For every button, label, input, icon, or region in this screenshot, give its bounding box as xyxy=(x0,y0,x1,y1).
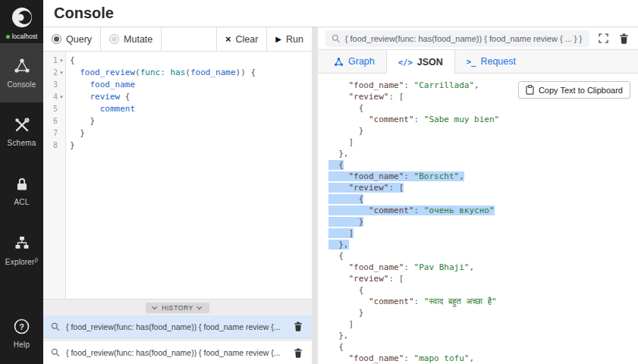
code-line: ] xyxy=(328,318,638,330)
lock-icon xyxy=(14,176,30,193)
logo-block: localhost xyxy=(0,0,43,43)
history-strip: HISTORY xyxy=(43,299,312,315)
sidebar-item-label: Console xyxy=(7,80,36,89)
delete-query-button[interactable] xyxy=(618,32,630,46)
editor-code[interactable]: { food_review(func: has(food_name)) { fo… xyxy=(66,52,312,299)
history-item-text: { food_review(func: has(food_name)) { fo… xyxy=(66,348,286,357)
code-line: "food_name": "Pav Bhaji", xyxy=(328,262,638,273)
gutter-line-number: 6 xyxy=(43,115,65,127)
gutter-line-number: 2▾ xyxy=(43,67,65,79)
history-item[interactable]: { food_review(func: has(food_name)) { fo… xyxy=(43,315,312,338)
trash-icon xyxy=(294,322,303,331)
page-title: Console xyxy=(54,5,114,22)
run-button[interactable]: ▶ Run xyxy=(266,27,312,51)
toolbar-spacer xyxy=(162,27,216,51)
console-graph-icon xyxy=(13,57,31,75)
sidebar-item-label: Schema xyxy=(8,139,36,147)
sidebar-item-acl[interactable]: ACL xyxy=(0,162,43,221)
radio-unselected-icon xyxy=(109,34,119,44)
code-line: "comment": "स्वाद बहुत अच्छा है" xyxy=(328,296,638,307)
code-line: }, xyxy=(328,148,638,159)
code-line: comment xyxy=(70,103,312,115)
sidebar-item-schema[interactable]: Schema xyxy=(0,102,43,162)
history-item[interactable]: { food_review(func: has(food_name)) { fo… xyxy=(43,341,312,364)
explorer-sitemap-icon xyxy=(14,234,30,251)
fullscreen-button[interactable] xyxy=(597,32,610,45)
code-line: } xyxy=(328,216,638,228)
results-panel: { food_review(func: has(food_name)) { fo… xyxy=(318,27,638,364)
tab-request[interactable]: >_ Request xyxy=(455,50,527,73)
sidebar-item-explorer[interactable]: Explorerβ xyxy=(0,221,43,280)
tab-json[interactable]: </> JSON xyxy=(386,50,455,74)
code-line: "review": [ xyxy=(328,182,638,193)
history-toggle-button[interactable]: HISTORY xyxy=(146,303,209,313)
history-delete-button[interactable] xyxy=(292,347,304,359)
fullscreen-icon xyxy=(599,33,608,43)
search-icon xyxy=(51,348,60,357)
history-item-text: { food_review(func: has(food_name)) { fo… xyxy=(66,322,286,331)
code-line: } xyxy=(328,307,638,318)
status-dot-icon xyxy=(6,35,10,39)
code-line: ] xyxy=(328,228,638,239)
copy-to-clipboard-button[interactable]: Copy Text to Clipboard xyxy=(518,81,630,99)
tab-label: Request xyxy=(480,56,516,67)
code-line: { xyxy=(328,250,638,262)
run-button-label: Run xyxy=(286,34,303,45)
query-mode-radio[interactable]: Query xyxy=(43,27,101,51)
gutter-line-number: 8 xyxy=(43,140,65,152)
tab-graph[interactable]: Graph xyxy=(322,50,386,73)
query-panel: Query Mutate × Clear ▶ Run 1▾2▾34▾5678 xyxy=(43,27,312,364)
page-header: Console xyxy=(43,0,638,27)
sidebar: localhost Console Schema ACL xyxy=(0,0,43,364)
main-area: Console Query Mutate × Clear ▶ xyxy=(43,0,638,364)
code-line: "food_name": "Borscht", xyxy=(328,171,638,182)
code-line: { xyxy=(328,102,638,114)
trash-icon xyxy=(294,348,303,358)
gutter-line-number: 7 xyxy=(43,127,65,140)
tab-label: Graph xyxy=(348,56,375,67)
history-label: HISTORY xyxy=(162,304,193,312)
code-line: food_review(func: has(food_name)) { xyxy=(70,67,312,79)
query-editor[interactable]: 1▾2▾34▾5678 { food_review(func: has(food… xyxy=(43,52,312,299)
gutter-line-number: 4▾ xyxy=(43,91,65,103)
help-icon: ? xyxy=(13,318,30,335)
sidebar-item-label: ACL xyxy=(14,198,29,206)
clear-button-label: Clear xyxy=(235,34,258,45)
query-display-field[interactable]: { food_review(func: has(food_name)) { fo… xyxy=(325,30,589,47)
code-line: }, xyxy=(328,330,638,341)
clipboard-icon xyxy=(526,85,534,95)
code-line: } xyxy=(70,115,312,127)
code-line: "food_name": "mapo tofu", xyxy=(328,353,638,364)
terminal-prompt-icon: >_ xyxy=(467,57,476,66)
code-line: review { xyxy=(70,91,312,103)
json-output[interactable]: "food_name": "Carrillada", "review": [ {… xyxy=(318,74,638,364)
clear-button[interactable]: × Clear xyxy=(216,27,266,51)
code-line: { xyxy=(328,193,638,205)
schema-tools-icon xyxy=(14,117,30,133)
code-line: ] xyxy=(328,136,638,148)
gutter-line-number: 3 xyxy=(43,79,65,91)
close-icon: × xyxy=(225,34,231,44)
query-display-text: { food_review(func: has(food_name)) { fo… xyxy=(345,34,583,43)
chevron-down-icon xyxy=(196,304,202,309)
connection-host-label: localhost xyxy=(12,33,38,40)
query-mode-label: Query xyxy=(66,34,92,45)
trash-icon xyxy=(619,33,629,44)
beta-badge: β xyxy=(35,256,39,263)
json-result-area: Copy Text to Clipboard "food_name": "Car… xyxy=(318,74,638,364)
copy-button-label: Copy Text to Clipboard xyxy=(539,86,623,95)
mutate-mode-radio[interactable]: Mutate xyxy=(101,27,162,51)
code-line: }, xyxy=(328,239,638,250)
radio-selected-icon xyxy=(52,34,61,44)
mutate-mode-label: Mutate xyxy=(124,34,152,45)
sidebar-item-label: Help xyxy=(14,340,30,349)
code-line: } xyxy=(70,140,312,152)
sidebar-item-console[interactable]: Console xyxy=(0,43,43,102)
code-line: { xyxy=(328,341,638,353)
history-delete-button[interactable] xyxy=(292,320,304,333)
sidebar-item-label: Explorerβ xyxy=(5,256,38,266)
play-icon: ▶ xyxy=(275,36,281,43)
sidebar-item-help[interactable]: ? Help xyxy=(0,303,43,362)
editor-gutter: 1▾2▾34▾5678 xyxy=(43,52,66,299)
code-line: { xyxy=(328,159,638,171)
